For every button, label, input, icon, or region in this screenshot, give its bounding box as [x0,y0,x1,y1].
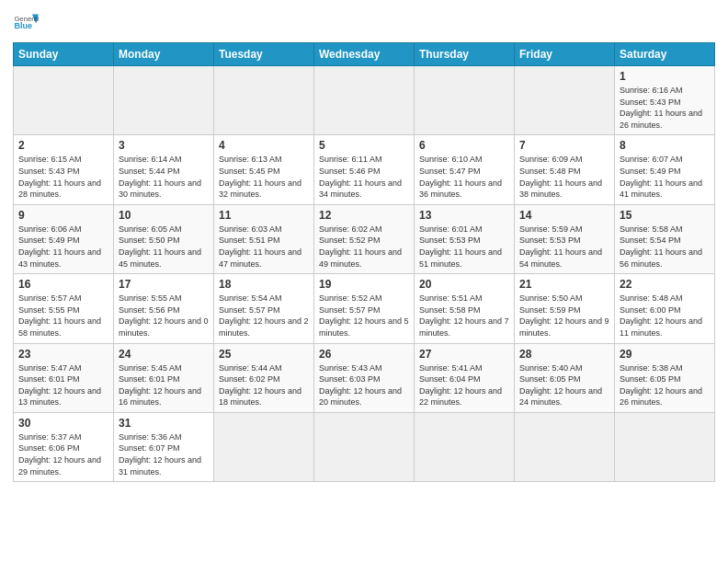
day-cell: 4Sunrise: 6:13 AM Sunset: 5:45 PM Daylig… [214,135,314,204]
day-cell: 18Sunrise: 5:54 AM Sunset: 5:57 PM Dayli… [214,274,314,343]
day-cell: 22Sunrise: 5:48 AM Sunset: 6:00 PM Dayli… [615,274,715,343]
day-cell: 11Sunrise: 6:03 AM Sunset: 5:51 PM Dayli… [214,204,314,273]
week-row-0: 1Sunrise: 6:16 AM Sunset: 5:43 PM Daylig… [14,66,715,135]
weekday-header-friday: Friday [515,43,615,66]
day-cell: 23Sunrise: 5:47 AM Sunset: 6:01 PM Dayli… [14,343,114,412]
day-info: Sunrise: 5:40 AM Sunset: 6:05 PM Dayligh… [519,362,609,408]
weekday-header-thursday: Thursday [415,43,515,66]
day-info: Sunrise: 5:38 AM Sunset: 6:05 PM Dayligh… [620,362,710,408]
generalblue-logo-icon: General Blue [13,9,39,35]
day-number: 16 [18,278,108,291]
day-number: 5 [319,139,409,152]
day-cell: 29Sunrise: 5:38 AM Sunset: 6:05 PM Dayli… [615,343,715,412]
day-number: 3 [119,139,209,152]
day-info: Sunrise: 6:02 AM Sunset: 5:52 PM Dayligh… [319,224,409,270]
week-row-4: 23Sunrise: 5:47 AM Sunset: 6:01 PM Dayli… [14,343,715,412]
weekday-header-row: SundayMondayTuesdayWednesdayThursdayFrid… [14,43,715,66]
day-cell: 10Sunrise: 6:05 AM Sunset: 5:50 PM Dayli… [114,204,214,273]
day-info: Sunrise: 5:54 AM Sunset: 5:57 PM Dayligh… [219,293,309,339]
day-info: Sunrise: 5:50 AM Sunset: 5:59 PM Dayligh… [519,293,609,339]
day-cell [515,66,615,135]
week-row-5: 30Sunrise: 5:37 AM Sunset: 6:06 PM Dayli… [14,412,715,481]
day-info: Sunrise: 5:52 AM Sunset: 5:57 PM Dayligh… [319,293,409,339]
day-cell [615,412,715,481]
day-cell: 3Sunrise: 6:14 AM Sunset: 5:44 PM Daylig… [114,135,214,204]
day-cell [314,412,415,481]
day-number: 26 [319,348,409,361]
day-cell [114,66,214,135]
day-info: Sunrise: 6:05 AM Sunset: 5:50 PM Dayligh… [119,224,209,270]
day-info: Sunrise: 5:36 AM Sunset: 6:07 PM Dayligh… [119,431,209,477]
day-number: 14 [519,209,609,222]
day-cell: 17Sunrise: 5:55 AM Sunset: 5:56 PM Dayli… [114,274,214,343]
day-number: 23 [18,348,108,361]
day-info: Sunrise: 6:07 AM Sunset: 5:49 PM Dayligh… [620,154,710,200]
day-cell: 8Sunrise: 6:07 AM Sunset: 5:49 PM Daylig… [615,135,715,204]
day-number: 8 [620,139,710,152]
day-info: Sunrise: 6:10 AM Sunset: 5:47 PM Dayligh… [419,154,509,200]
day-cell: 1Sunrise: 6:16 AM Sunset: 5:43 PM Daylig… [615,66,715,135]
day-cell: 20Sunrise: 5:51 AM Sunset: 5:58 PM Dayli… [415,274,515,343]
day-cell: 7Sunrise: 6:09 AM Sunset: 5:48 PM Daylig… [515,135,615,204]
day-cell: 16Sunrise: 5:57 AM Sunset: 5:55 PM Dayli… [14,274,114,343]
day-number: 6 [419,139,509,152]
day-number: 9 [18,209,108,222]
day-cell: 6Sunrise: 6:10 AM Sunset: 5:47 PM Daylig… [415,135,515,204]
page: General Blue SundayMondayTuesdayWednesda… [0,0,728,563]
week-row-1: 2Sunrise: 6:15 AM Sunset: 5:43 PM Daylig… [14,135,715,204]
day-number: 28 [519,348,609,361]
day-number: 12 [319,209,409,222]
day-info: Sunrise: 6:15 AM Sunset: 5:43 PM Dayligh… [18,154,108,200]
week-row-2: 9Sunrise: 6:06 AM Sunset: 5:49 PM Daylig… [14,204,715,273]
day-cell [415,66,515,135]
header-area: General Blue [13,9,715,35]
day-cell: 28Sunrise: 5:40 AM Sunset: 6:05 PM Dayli… [515,343,615,412]
day-number: 7 [519,139,609,152]
day-info: Sunrise: 5:57 AM Sunset: 5:55 PM Dayligh… [18,293,108,339]
day-cell [214,66,314,135]
day-number: 13 [419,209,509,222]
day-info: Sunrise: 6:06 AM Sunset: 5:49 PM Dayligh… [18,224,108,270]
day-cell [314,66,415,135]
day-cell: 14Sunrise: 5:59 AM Sunset: 5:53 PM Dayli… [515,204,615,273]
day-cell: 15Sunrise: 5:58 AM Sunset: 5:54 PM Dayli… [615,204,715,273]
day-cell: 5Sunrise: 6:11 AM Sunset: 5:46 PM Daylig… [314,135,415,204]
day-number: 17 [119,278,209,291]
day-info: Sunrise: 5:55 AM Sunset: 5:56 PM Dayligh… [119,293,209,339]
day-number: 10 [119,209,209,222]
weekday-header-wednesday: Wednesday [314,43,415,66]
day-info: Sunrise: 5:44 AM Sunset: 6:02 PM Dayligh… [219,362,309,408]
day-number: 24 [119,348,209,361]
day-cell: 2Sunrise: 6:15 AM Sunset: 5:43 PM Daylig… [14,135,114,204]
day-info: Sunrise: 5:51 AM Sunset: 5:58 PM Dayligh… [419,293,509,339]
day-cell: 24Sunrise: 5:45 AM Sunset: 6:01 PM Dayli… [114,343,214,412]
day-info: Sunrise: 5:58 AM Sunset: 5:54 PM Dayligh… [620,224,710,270]
day-info: Sunrise: 6:16 AM Sunset: 5:43 PM Dayligh… [620,85,710,131]
day-info: Sunrise: 5:37 AM Sunset: 6:06 PM Dayligh… [18,431,108,477]
weekday-header-tuesday: Tuesday [214,43,314,66]
day-info: Sunrise: 6:13 AM Sunset: 5:45 PM Dayligh… [219,154,309,200]
day-cell: 26Sunrise: 5:43 AM Sunset: 6:03 PM Dayli… [314,343,415,412]
day-number: 15 [620,209,710,222]
weekday-header-monday: Monday [114,43,214,66]
day-info: Sunrise: 5:47 AM Sunset: 6:01 PM Dayligh… [18,362,108,408]
svg-text:Blue: Blue [14,21,32,30]
day-cell: 25Sunrise: 5:44 AM Sunset: 6:02 PM Dayli… [214,343,314,412]
day-info: Sunrise: 6:09 AM Sunset: 5:48 PM Dayligh… [519,154,609,200]
day-number: 1 [620,70,710,83]
day-number: 25 [219,348,309,361]
weekday-header-sunday: Sunday [14,43,114,66]
day-info: Sunrise: 6:03 AM Sunset: 5:51 PM Dayligh… [219,224,309,270]
day-number: 31 [119,417,209,430]
day-info: Sunrise: 5:45 AM Sunset: 6:01 PM Dayligh… [119,362,209,408]
day-cell [515,412,615,481]
day-info: Sunrise: 5:59 AM Sunset: 5:53 PM Dayligh… [519,224,609,270]
day-number: 29 [620,348,710,361]
day-info: Sunrise: 6:01 AM Sunset: 5:53 PM Dayligh… [419,224,509,270]
day-number: 11 [219,209,309,222]
day-number: 27 [419,348,509,361]
day-cell [415,412,515,481]
week-row-3: 16Sunrise: 5:57 AM Sunset: 5:55 PM Dayli… [14,274,715,343]
day-number: 30 [18,417,108,430]
day-number: 18 [219,278,309,291]
